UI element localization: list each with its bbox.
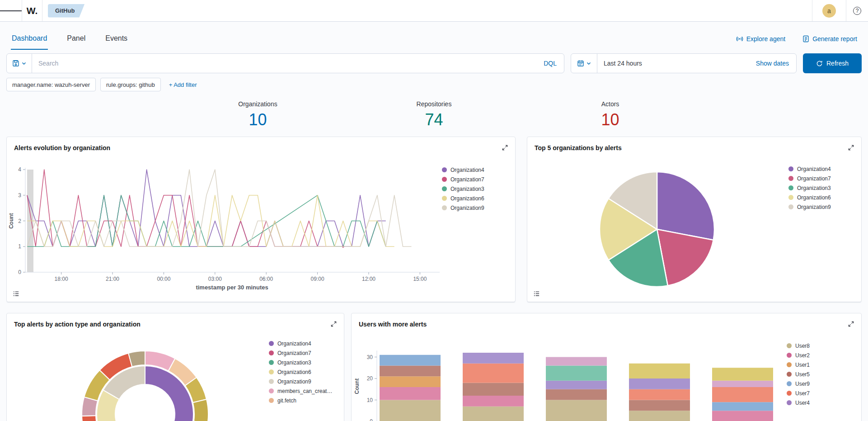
help-button[interactable]: ? <box>846 0 868 21</box>
legend-label: User8 <box>795 343 810 349</box>
svg-text:12:00: 12:00 <box>362 276 375 282</box>
svg-text:3: 3 <box>18 192 21 199</box>
saved-queries-button[interactable] <box>7 54 32 73</box>
legend-item[interactable]: User7 <box>787 390 810 396</box>
legend-label: Organization4 <box>450 167 484 173</box>
stats-row: Organizations 10 Repositories 74 Actors … <box>0 100 868 129</box>
svg-text:09:00: 09:00 <box>311 276 324 282</box>
time-range-value[interactable]: Last 24 hours <box>597 60 648 67</box>
chart-legend: Organization4Organization7Organization3O… <box>442 167 484 211</box>
legend-dot <box>788 185 793 190</box>
legend-item[interactable]: Organization4 <box>442 167 484 173</box>
legend-dot <box>788 204 793 209</box>
legend-item[interactable]: git.fetch <box>269 397 332 403</box>
legend-label: Organization7 <box>277 350 311 356</box>
legend-item[interactable]: User8 <box>787 343 810 349</box>
wazuh-logo[interactable]: W. <box>22 5 42 16</box>
expand-button[interactable] <box>500 142 510 152</box>
tabs-row: Dashboard Panel Events Explore agent Gen… <box>0 22 868 50</box>
legend-item[interactable]: Organization7 <box>269 350 332 356</box>
legend-toggle-button[interactable] <box>531 288 542 299</box>
legend-label: Organization4 <box>277 341 311 347</box>
dql-button[interactable]: DQL <box>536 60 564 67</box>
add-filter-button[interactable]: + Add filter <box>169 81 197 88</box>
legend-dot <box>269 379 274 384</box>
help-icon: ? <box>853 7 861 15</box>
expand-button[interactable] <box>846 142 856 152</box>
svg-text:06:00: 06:00 <box>259 276 273 282</box>
legend-toggle-button[interactable] <box>10 288 21 299</box>
svg-text:timestamp per 30 minutes: timestamp per 30 minutes <box>196 284 268 291</box>
expand-button[interactable] <box>328 319 338 329</box>
legend-item[interactable]: User2 <box>787 352 810 358</box>
legend-dot <box>787 381 792 386</box>
legend-item[interactable]: Organization7 <box>442 176 484 182</box>
legend-label: Organization4 <box>797 166 831 172</box>
legend-dot <box>442 205 447 210</box>
tab-panel[interactable]: Panel <box>66 34 86 50</box>
legend-item[interactable]: Organization9 <box>442 205 484 211</box>
legend-label: User7 <box>795 390 810 397</box>
legend-item[interactable]: Organization6 <box>269 369 332 375</box>
svg-text:30: 30 <box>367 354 373 360</box>
legend-item[interactable]: Organization4 <box>788 166 831 172</box>
legend-label: Organization6 <box>450 195 484 202</box>
stat-label: Repositories <box>403 100 466 108</box>
stat-value: 74 <box>403 110 466 129</box>
stacked-bar-chart: 0102030Count <box>352 313 785 421</box>
search-toolbar: DQL Last 24 hours Show dates Refresh <box>6 53 862 73</box>
legend-dot <box>787 353 792 358</box>
menu-icon[interactable] <box>0 0 22 21</box>
filter-pill-rule-groups[interactable]: rule.groups: github <box>100 78 161 91</box>
legend-label: Organization3 <box>797 185 831 191</box>
legend-item[interactable]: Organization7 <box>788 175 831 181</box>
avatar[interactable]: a <box>822 4 836 18</box>
save-icon <box>12 60 19 67</box>
tab-dashboard[interactable]: Dashboard <box>11 34 48 50</box>
legend-dot <box>442 196 447 201</box>
legend-dot <box>269 398 274 403</box>
stat-label: Actors <box>579 100 642 108</box>
legend-item[interactable]: User4 <box>787 400 810 406</box>
calendar-button[interactable] <box>571 54 597 73</box>
legend-item[interactable]: Organization3 <box>269 360 332 365</box>
legend-item[interactable]: Organization3 <box>442 186 484 192</box>
legend-item[interactable]: Organization9 <box>788 204 831 210</box>
legend-label: User5 <box>795 371 810 378</box>
show-dates-button[interactable]: Show dates <box>749 60 796 67</box>
svg-text:20: 20 <box>367 375 373 382</box>
chart-legend: Organization4Organization7Organization3O… <box>788 166 831 210</box>
expand-button[interactable] <box>846 319 856 329</box>
date-picker: Last 24 hours Show dates <box>571 53 797 73</box>
generate-report-link[interactable]: Generate report <box>802 35 857 43</box>
refresh-label: Refresh <box>826 60 849 67</box>
legend-item[interactable]: Organization9 <box>269 378 332 384</box>
svg-text:1: 1 <box>18 243 21 250</box>
panel-users-with-more-alerts: Users with more alerts 0102030Count User… <box>351 313 862 421</box>
panel-top5-organizations: Top 5 organizations by alerts Organizati… <box>527 137 862 302</box>
refresh-button[interactable]: Refresh <box>803 53 862 73</box>
app-tab-github[interactable]: GitHub <box>48 4 84 18</box>
legend-dot <box>269 350 274 355</box>
panel-top-alerts-action-type: Top alerts by action type and organizati… <box>6 313 344 421</box>
legend-item[interactable]: Organization6 <box>788 194 831 200</box>
expand-icon <box>330 321 337 327</box>
legend-label: Organization6 <box>797 194 831 201</box>
filter-pill-manager-name[interactable]: manager.name: wazuh-server <box>6 78 96 91</box>
antenna-icon <box>736 35 743 43</box>
sunburst-chart <box>77 346 213 421</box>
legend-item[interactable]: User5 <box>787 371 810 377</box>
svg-text:0: 0 <box>18 269 21 275</box>
search-input[interactable] <box>32 54 536 73</box>
legend-item[interactable]: User1 <box>787 362 810 368</box>
legend-item[interactable]: Organization6 <box>442 195 484 201</box>
tab-events[interactable]: Events <box>104 34 128 50</box>
legend-item[interactable]: User9 <box>787 381 810 387</box>
legend-item[interactable]: Organization4 <box>269 341 332 346</box>
legend-item[interactable]: Organization3 <box>788 185 831 191</box>
legend-label: Organization7 <box>450 176 484 183</box>
legend-dot <box>787 400 792 405</box>
legend-item[interactable]: members_can_creat… <box>269 388 332 394</box>
explore-agent-link[interactable]: Explore agent <box>736 35 785 43</box>
legend-dot <box>788 176 793 181</box>
